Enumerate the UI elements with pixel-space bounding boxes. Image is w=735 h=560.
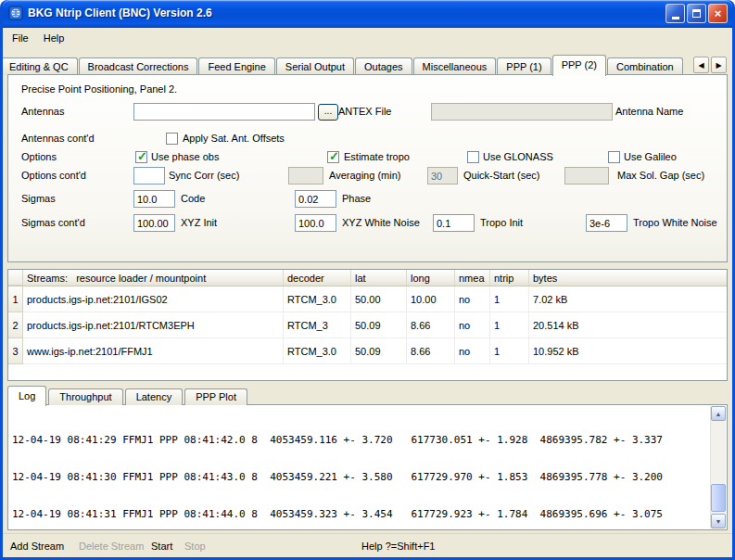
xyz-init-input[interactable] <box>133 214 175 232</box>
header-long[interactable]: long <box>407 270 455 286</box>
add-stream-action[interactable]: Add Stream <box>10 541 64 552</box>
phase-sigma-input[interactable] <box>295 190 336 208</box>
start-action[interactable]: Start <box>151 541 172 552</box>
use-galileo-label[interactable]: Use Galileo <box>624 148 677 166</box>
xyz-init-label: XYZ Init <box>181 214 217 232</box>
cell-long[interactable]: 8.66 <box>407 312 455 338</box>
cell-mountpoint[interactable]: www.igs-ip.net:2101/FFMJ1 <box>23 338 284 364</box>
xyz-white-noise-label: XYZ White Noise <box>342 214 420 232</box>
tropo-white-noise-input[interactable] <box>586 214 627 232</box>
row-number: 1 <box>8 286 23 312</box>
header-ntrip[interactable]: ntrip <box>490 270 529 286</box>
chevron-left-icon: ◀ <box>698 61 703 70</box>
tab-combination[interactable]: Combination <box>607 57 683 75</box>
row-options: Options Use phase obs Estimate tropo Use… <box>8 148 727 167</box>
minimize-button[interactable] <box>665 4 685 23</box>
max-sol-gap-input <box>564 167 609 185</box>
tab-latency[interactable]: Latency <box>125 388 184 405</box>
menu-file[interactable]: File <box>5 30 36 46</box>
tab-ppp-1[interactable]: PPP (1) <box>497 57 551 75</box>
use-glonass-checkbox[interactable] <box>467 151 479 163</box>
log-output: 12-04-19 08:41:29 FFMJ1 PPP 08:41:42.0 8… <box>10 406 709 528</box>
cell-mountpoint[interactable]: products.igs-ip.net:2101/IGS02 <box>23 286 284 312</box>
menubar: File Help <box>3 28 732 48</box>
cell-lat[interactable]: 50.09 <box>351 338 407 364</box>
cell-nmea[interactable]: no <box>455 286 490 312</box>
table-row[interactable]: 1 products.igs-ip.net:2101/IGS02 RTCM_3.… <box>8 286 727 312</box>
header-lat[interactable]: lat <box>351 270 407 286</box>
header-bytes[interactable]: bytes <box>529 270 727 286</box>
use-phase-obs-checkbox[interactable] <box>135 151 147 163</box>
cell-decoder[interactable]: RTCM_3.0 <box>284 286 351 312</box>
header-nmea[interactable]: nmea <box>455 270 490 286</box>
tab-serial-output[interactable]: Serial Output <box>276 57 354 75</box>
tab-throughput[interactable]: Throughput <box>48 388 122 405</box>
use-phase-obs-label[interactable]: Use phase obs <box>151 148 219 166</box>
streams-table-header: Streams: resource loader / mountpoint de… <box>8 270 727 286</box>
tab-editing-qc[interactable]: Editing & QC <box>3 57 78 75</box>
close-button[interactable]: × <box>708 4 728 23</box>
use-galileo-checkbox[interactable] <box>608 151 620 163</box>
tab-ppp-2[interactable]: PPP (2) <box>552 55 606 76</box>
scroll-down-button[interactable]: ▼ <box>711 514 726 528</box>
sync-corr-input[interactable] <box>133 167 165 185</box>
menu-help[interactable]: Help <box>36 30 72 46</box>
cell-decoder[interactable]: RTCM_3 <box>284 312 351 338</box>
tab-ppp-plot[interactable]: PPP Plot <box>184 388 247 405</box>
cell-lat[interactable]: 50.00 <box>351 286 407 312</box>
window-title: BKG Ntrip Client (BNC) Version 2.6 <box>28 6 661 19</box>
xyz-white-noise-input[interactable] <box>295 214 336 232</box>
max-sol-gap-label: Max Sol. Gap (sec) <box>617 167 704 185</box>
antenna-name-label: Antenna Name <box>615 103 683 121</box>
apply-sat-ant-offsets-checkbox[interactable] <box>166 133 178 145</box>
tab-scroll-left-button[interactable]: ◀ <box>693 57 709 73</box>
stop-action: Stop <box>184 541 206 552</box>
options-contd-label: Options cont'd <box>21 167 86 185</box>
code-label: Code <box>181 190 205 208</box>
cell-ntrip[interactable]: 1 <box>490 338 529 364</box>
estimate-tropo-checkbox[interactable] <box>327 151 339 163</box>
table-row[interactable]: 2 products.igs-ip.net:2101/RTCM3EPH RTCM… <box>8 312 727 338</box>
header-decoder[interactable]: decoder <box>284 270 351 286</box>
tab-feed-engine[interactable]: Feed Engine <box>198 57 274 75</box>
antex-file-label: ANTEX File <box>338 103 391 121</box>
bnc-window: BKG Ntrip Client (BNC) Version 2.6 × Fil… <box>0 0 735 560</box>
tab-outages[interactable]: Outages <box>355 57 412 75</box>
use-glonass-label[interactable]: Use GLONASS <box>483 148 553 166</box>
cell-long[interactable]: 8.66 <box>407 338 455 364</box>
cell-long[interactable]: 10.00 <box>407 286 455 312</box>
log-line: 12-04-19 08:41:29 FFMJ1 PPP 08:41:42.0 8… <box>12 434 709 446</box>
maximize-button[interactable] <box>687 4 706 23</box>
apply-sat-ant-offsets-label[interactable]: Apply Sat. Ant. Offsets <box>183 130 285 147</box>
estimate-tropo-label[interactable]: Estimate tropo <box>344 148 410 166</box>
tab-miscellaneous[interactable]: Miscellaneous <box>413 57 497 75</box>
cell-ntrip[interactable]: 1 <box>490 312 529 338</box>
table-row[interactable]: 3 www.igs-ip.net:2101/FFMJ1 RTCM_3.0 50.… <box>8 338 727 364</box>
log-scrollbar[interactable]: ▲ ▼ <box>710 406 726 528</box>
scroll-down-icon: ▼ <box>716 518 722 525</box>
row-sigmas: Sigmas Code Phase <box>8 190 727 209</box>
code-sigma-input[interactable] <box>133 190 175 208</box>
tropo-init-input[interactable] <box>433 214 475 232</box>
tab-broadcast-corrections[interactable]: Broadcast Corrections <box>79 57 198 75</box>
cell-decoder[interactable]: RTCM_3.0 <box>284 338 351 364</box>
antennas-input[interactable] <box>133 103 315 121</box>
app-icon <box>8 6 23 20</box>
header-mountpoint[interactable]: Streams: resource loader / mountpoint <box>23 270 284 286</box>
sigmas-label: Sigmas <box>21 190 56 208</box>
corner-header-cell <box>8 270 23 286</box>
cell-nmea[interactable]: no <box>455 312 490 338</box>
cell-nmea[interactable]: no <box>455 338 490 364</box>
scroll-up-button[interactable]: ▲ <box>711 406 726 421</box>
scrollbar-thumb[interactable] <box>711 484 726 512</box>
row-options-contd: Options cont'd Sync Corr (sec) Averaging… <box>8 167 727 185</box>
cell-ntrip[interactable]: 1 <box>490 286 529 312</box>
tab-scroll-right-button[interactable]: ▶ <box>711 57 727 73</box>
cell-mountpoint[interactable]: products.igs-ip.net:2101/RTCM3EPH <box>23 312 284 338</box>
titlebar[interactable]: BKG Ntrip Client (BNC) Version 2.6 × <box>3 0 732 28</box>
tab-log[interactable]: Log <box>7 386 46 406</box>
browse-button[interactable]: ... <box>318 104 338 121</box>
log-line: 12-04-19 08:41:31 FFMJ1 PPP 08:41:44.0 8… <box>12 508 709 520</box>
row-number: 2 <box>8 312 23 338</box>
cell-lat[interactable]: 50.09 <box>351 312 407 338</box>
